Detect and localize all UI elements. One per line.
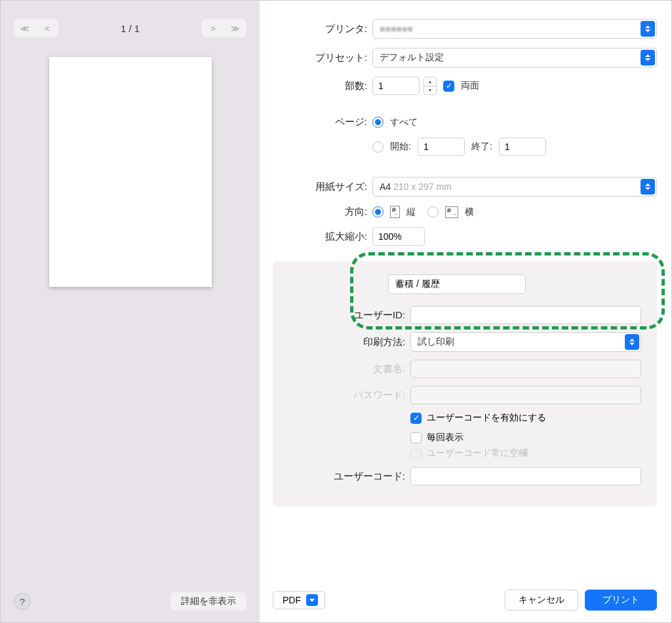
page-start-input[interactable] <box>418 138 465 156</box>
page-preview <box>49 57 212 287</box>
chevron-updown-icon <box>625 334 639 350</box>
scale-label: 拡大縮小: <box>260 231 372 243</box>
preset-label: プリセット: <box>260 52 372 64</box>
usercode-blank-checkbox <box>410 448 422 459</box>
duplex-checkbox[interactable]: ✓ <box>443 81 454 92</box>
pages-label: ページ: <box>260 116 372 128</box>
paper-size-select[interactable]: A4 210 x 297 mm <box>372 177 657 197</box>
page-nav-prev-group: ≪ < <box>14 19 58 37</box>
chevron-updown-icon <box>641 21 655 37</box>
paper-size-label: 用紙サイズ: <box>260 181 372 193</box>
prev-page-button[interactable]: < <box>36 19 58 37</box>
landscape-radio[interactable] <box>427 206 439 217</box>
user-id-input[interactable] <box>410 306 641 324</box>
page-end-input[interactable] <box>499 138 546 156</box>
portrait-icon <box>390 206 400 218</box>
printer-label: プリンタ: <box>260 23 372 35</box>
password-input <box>410 386 641 404</box>
print-method-select[interactable]: 試し印刷 <box>410 332 641 352</box>
scale-input[interactable] <box>372 227 425 246</box>
page-indicator: 1 / 1 <box>121 23 140 34</box>
orientation-label: 方向: <box>260 206 372 218</box>
duplex-label: 両面 <box>461 80 479 92</box>
page-nav-next-group: > ≫ <box>202 19 247 37</box>
help-button[interactable]: ? <box>14 593 31 610</box>
settings-pane: プリンタ: ■■■■■■ プリセット: デフォルト設定 部数: ▲▼ <box>260 1 671 622</box>
hide-details-button[interactable]: 詳細を非表示 <box>170 592 247 611</box>
chevron-updown-icon <box>641 50 655 66</box>
chevron-down-icon <box>306 594 318 606</box>
print-method-label: 印刷方法: <box>273 336 410 349</box>
print-dialog: ≪ < 1 / 1 > ≫ ? 詳細を非表示 プリンタ: ■■■■■■ <box>0 0 672 623</box>
copies-stepper[interactable]: ▲▼ <box>424 77 437 95</box>
section-select[interactable]: 蓄積 / 履歴 <box>388 274 526 294</box>
doc-name-label: 文書名: <box>273 363 410 375</box>
chevron-updown-icon <box>440 279 450 290</box>
user-code-label: ユーザーコード: <box>273 470 410 483</box>
print-options-panel: 蓄積 / 履歴 ユーザーID: 印刷方法: 試し印刷 文書名: <box>273 261 657 506</box>
copies-label: 部数: <box>260 80 372 92</box>
pdf-menu-button[interactable]: PDF <box>273 591 325 609</box>
password-label: パスワード: <box>273 389 410 402</box>
copies-input[interactable] <box>372 77 420 95</box>
landscape-icon <box>445 206 458 218</box>
pages-all-radio[interactable] <box>372 117 384 128</box>
bottom-bar: PDF キャンセル プリント <box>273 578 657 611</box>
preview-pane: ≪ < 1 / 1 > ≫ ? 詳細を非表示 <box>1 1 260 622</box>
doc-name-input <box>410 360 641 378</box>
chevron-updown-icon <box>641 179 655 195</box>
cancel-button[interactable]: キャンセル <box>505 590 578 611</box>
preset-select[interactable]: デフォルト設定 <box>372 48 657 67</box>
next-page-button[interactable]: > <box>202 19 224 37</box>
first-page-button[interactable]: ≪ <box>14 19 36 37</box>
print-button[interactable]: プリント <box>585 590 657 611</box>
enable-usercode-checkbox[interactable]: ✓ <box>410 413 422 424</box>
user-id-label: ユーザーID: <box>273 309 410 322</box>
printer-select[interactable]: ■■■■■■ <box>372 19 657 39</box>
last-page-button[interactable]: ≫ <box>224 19 247 37</box>
portrait-radio[interactable] <box>372 206 384 217</box>
user-code-input[interactable] <box>410 467 641 485</box>
pages-range-radio[interactable] <box>372 142 384 153</box>
show-everytime-checkbox[interactable] <box>410 432 422 444</box>
